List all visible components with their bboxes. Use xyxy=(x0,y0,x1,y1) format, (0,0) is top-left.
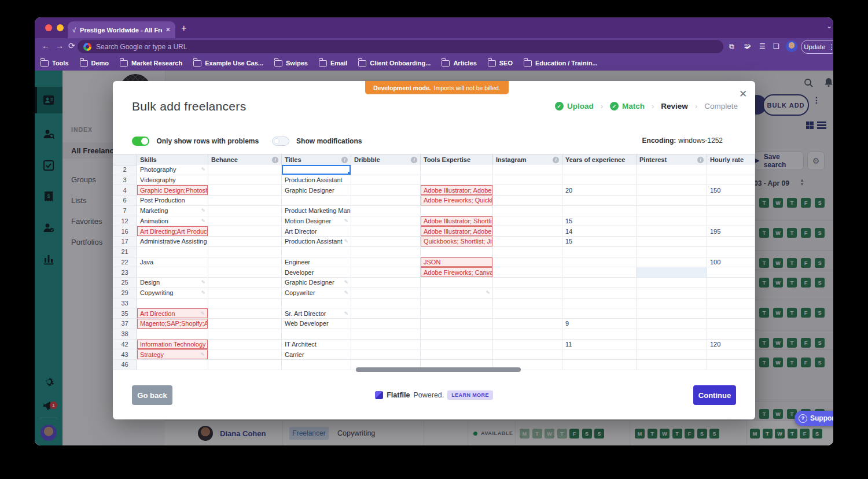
cell-years-row46[interactable] xyxy=(562,360,637,370)
cell-hourly-row3[interactable] xyxy=(707,175,755,186)
bookmark-item[interactable]: SEO xyxy=(488,60,513,67)
cell-dribbble-row2[interactable] xyxy=(351,165,421,175)
cell-skills-row6[interactable]: Post Production xyxy=(137,196,208,206)
extensions-puzzle-icon[interactable]: 🧩︎ xyxy=(744,42,751,50)
cell-instagram-row17[interactable] xyxy=(493,237,562,247)
cell-behance-row22[interactable] xyxy=(208,257,282,268)
cell-dribbble-row7[interactable] xyxy=(351,206,421,216)
back-icon[interactable]: ← xyxy=(42,41,50,50)
cell-dribbble-row3[interactable] xyxy=(351,175,421,186)
cell-skills-row25[interactable]: Design✎ xyxy=(137,278,208,288)
cell-hourly-row37[interactable] xyxy=(707,319,755,329)
cell-titles-row37[interactable]: Web Developer xyxy=(282,319,351,329)
cell-instagram-row43[interactable] xyxy=(493,349,562,360)
cell-hourly-row43[interactable] xyxy=(707,349,755,360)
cell-instagram-row22[interactable] xyxy=(493,257,562,268)
cell-tools-row25[interactable] xyxy=(421,278,493,288)
cell-behance-row2[interactable] xyxy=(208,165,282,175)
cell-years-row43[interactable] xyxy=(562,349,637,360)
cell-behance-row17[interactable] xyxy=(208,237,282,247)
cell-tools-row4[interactable]: Adobe Illustrator; Adobe Pho xyxy=(421,185,493,196)
cell-titles-row12[interactable]: Motion Designer✎ xyxy=(282,216,351,227)
cell-titles-row43[interactable]: Carrier xyxy=(282,349,351,360)
cell-hourly-row42[interactable]: 120 xyxy=(707,340,755,350)
forward-icon[interactable]: → xyxy=(56,41,64,50)
cell-skills-row2[interactable]: Photography✎ xyxy=(137,165,208,175)
cell-titles-row33[interactable] xyxy=(282,299,351,309)
bookmark-item[interactable]: Tools xyxy=(41,60,69,67)
cell-behance-row42[interactable] xyxy=(208,340,282,350)
cell-skills-row22[interactable]: Java xyxy=(137,257,208,268)
cell-instagram-row42[interactable] xyxy=(493,340,562,350)
cell-hourly-row38[interactable] xyxy=(707,329,755,340)
cell-pinterest-row38[interactable] xyxy=(637,329,707,340)
cell-titles-row29[interactable]: Copywriter✎ xyxy=(282,288,351,299)
column-header-pinterest[interactable]: Pinteresti xyxy=(637,154,707,165)
cell-tools-row16[interactable]: Adobe Illustrator; Adobe Pho xyxy=(421,226,493,237)
cell-skills-row42[interactable]: Information Technology✎ xyxy=(137,340,208,350)
cell-tools-row29[interactable]: ✎ xyxy=(421,288,493,299)
cell-instagram-row6[interactable] xyxy=(493,196,562,206)
cell-hourly-row12[interactable] xyxy=(707,216,755,227)
cell-pinterest-row16[interactable] xyxy=(637,226,707,237)
column-header-skills[interactable]: Skills xyxy=(137,154,208,165)
cell-behance-row46[interactable] xyxy=(208,360,282,370)
cell-tools-row33[interactable] xyxy=(421,299,493,309)
profile-avatar[interactable] xyxy=(786,40,797,52)
cell-titles-row2[interactable] xyxy=(282,165,351,175)
cell-behance-row3[interactable] xyxy=(208,175,282,186)
cell-tools-row38[interactable] xyxy=(421,329,493,340)
cell-pinterest-row4[interactable] xyxy=(637,185,707,196)
cell-pinterest-row22[interactable] xyxy=(637,257,707,268)
address-bar[interactable]: Search Google or type a URL xyxy=(78,40,723,53)
cell-dribbble-row43[interactable] xyxy=(351,349,421,360)
bookmark-item[interactable]: Client Onboarding... xyxy=(358,60,431,67)
cell-behance-row33[interactable] xyxy=(208,299,282,309)
modal-close-icon[interactable]: ✕ xyxy=(739,88,747,100)
cell-years-row42[interactable]: 11 xyxy=(562,340,637,350)
cell-behance-row4[interactable] xyxy=(208,185,282,196)
cell-pinterest-row6[interactable] xyxy=(637,196,707,206)
cell-years-row37[interactable]: 9 xyxy=(562,319,637,329)
cell-pinterest-row21[interactable] xyxy=(637,247,707,257)
cell-hourly-row22[interactable]: 100 xyxy=(707,257,755,268)
cell-titles-row17[interactable]: Production Assistant✎ xyxy=(282,237,351,247)
cell-behance-row37[interactable] xyxy=(208,319,282,329)
cell-behance-row21[interactable] xyxy=(208,247,282,257)
horizontal-scrollbar[interactable] xyxy=(356,367,521,372)
cell-behance-row6[interactable] xyxy=(208,196,282,206)
cell-years-row3[interactable] xyxy=(562,175,637,186)
cell-hourly-row16[interactable]: 195 xyxy=(707,226,755,237)
column-header-instagram[interactable]: Instagrami xyxy=(493,154,562,165)
cell-pinterest-row33[interactable] xyxy=(637,299,707,309)
cell-instagram-row33[interactable] xyxy=(493,299,562,309)
cell-tools-row2[interactable] xyxy=(421,165,493,175)
cell-years-row7[interactable] xyxy=(562,206,637,216)
cell-years-row38[interactable] xyxy=(562,329,637,340)
browser-menu-dots-icon[interactable]: ⋮ xyxy=(828,43,833,51)
cell-behance-row29[interactable] xyxy=(208,288,282,299)
browser-tab[interactable]: √ Prestige Worldwide - All Freela ✕ xyxy=(68,21,175,38)
cell-pinterest-row37[interactable] xyxy=(637,319,707,329)
cell-years-row25[interactable] xyxy=(562,278,637,288)
cell-years-row21[interactable] xyxy=(562,247,637,257)
bookmark-item[interactable]: Demo xyxy=(80,60,109,67)
cell-behance-row38[interactable] xyxy=(208,329,282,340)
cell-titles-row22[interactable]: Engineer xyxy=(282,257,351,268)
cell-titles-row3[interactable]: Production Assistant xyxy=(282,175,351,186)
cell-titles-row25[interactable]: Graphic Designer✎ xyxy=(282,278,351,288)
cell-titles-row38[interactable] xyxy=(282,329,351,340)
traffic-minimize-button[interactable] xyxy=(57,24,64,31)
cell-skills-row7[interactable]: Marketing✎ xyxy=(137,206,208,216)
cell-years-row4[interactable]: 20 xyxy=(562,185,637,196)
cell-dribbble-row38[interactable] xyxy=(351,329,421,340)
cell-instagram-row7[interactable] xyxy=(493,206,562,216)
cell-skills-row17[interactable]: Administrative Assisting xyxy=(137,237,208,247)
cell-dribbble-row21[interactable] xyxy=(351,247,421,257)
cell-titles-row16[interactable]: Art Director xyxy=(282,226,351,237)
cell-pinterest-row42[interactable] xyxy=(637,340,707,350)
cell-years-row29[interactable] xyxy=(562,288,637,299)
cell-tools-row22[interactable]: JSON xyxy=(421,257,493,268)
bookmark-item[interactable]: Market Research xyxy=(120,60,182,67)
cell-hourly-row29[interactable] xyxy=(707,288,755,299)
